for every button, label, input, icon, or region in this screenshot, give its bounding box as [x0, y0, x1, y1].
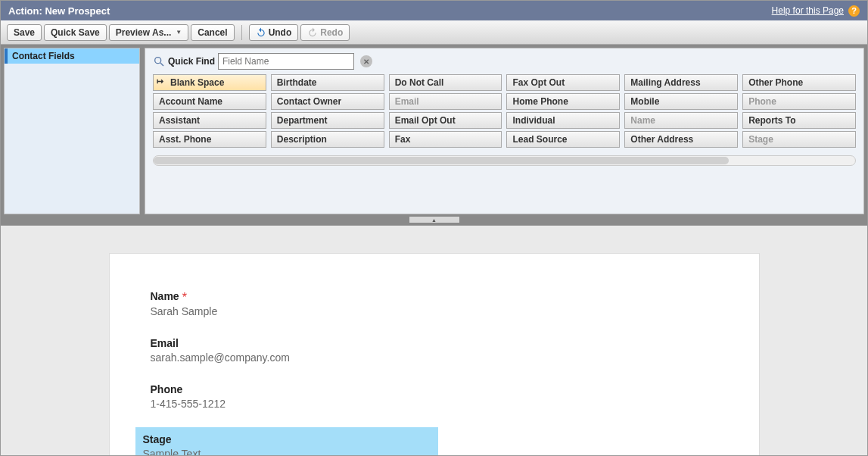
field-chip[interactable]: Other Address [624, 131, 738, 148]
preview-as-button[interactable]: Preview As... [109, 24, 189, 41]
palette-scrollbar[interactable] [153, 155, 856, 166]
field-chip[interactable]: Name [624, 112, 738, 129]
field-chip[interactable]: Account Name [153, 93, 266, 110]
main-area: Contact Fields Quick Find ✕ Blank SpaceB… [1, 45, 867, 455]
layout-field-label-row: Name* [151, 289, 718, 303]
toolbar: Save Quick Save Preview As... Cancel Und… [1, 20, 867, 45]
help-link[interactable]: Help for this Page [772, 5, 844, 16]
layout-field-label: Phone [151, 383, 183, 395]
save-button[interactable]: Save [7, 24, 42, 41]
field-chip[interactable]: Do Not Call [389, 74, 502, 91]
field-chip[interactable]: Asst. Phone [153, 131, 266, 148]
field-chip[interactable]: Home Phone [506, 93, 620, 110]
field-chip[interactable]: Other Phone [742, 74, 856, 91]
page-title: Action: New Prospect [8, 5, 110, 17]
svg-line-1 [160, 63, 163, 66]
redo-button[interactable]: Redo [300, 24, 350, 41]
cancel-button[interactable]: Cancel [191, 24, 234, 41]
layout-field[interactable]: Name*Sarah Sample [151, 287, 718, 320]
palette-collapse-handle[interactable] [1, 214, 867, 225]
sidebar: Contact Fields [4, 48, 140, 214]
canvas-wrap: Name*Sarah SampleEmailsarah.sample@compa… [1, 225, 867, 455]
palette-scrollbar-thumb[interactable] [154, 157, 729, 164]
layout-field[interactable]: StageSample Text [135, 427, 438, 455]
layout-field-label-row: Phone [151, 383, 718, 395]
quick-find-clear-icon[interactable]: ✕ [360, 55, 372, 67]
top-split: Contact Fields Quick Find ✕ Blank SpaceB… [1, 45, 867, 214]
svg-point-0 [155, 58, 161, 64]
layout-field-value: sarah.sample@company.com [151, 351, 718, 364]
layout-field-label-row: Email [151, 337, 718, 349]
layout-field-value: 1-415-555-1212 [151, 398, 718, 410]
undo-label: Undo [269, 27, 292, 38]
field-chip[interactable]: Reports To [742, 112, 856, 129]
layout-field-value: Sarah Sample [151, 305, 718, 317]
quick-find-input[interactable] [218, 53, 354, 70]
field-chip[interactable]: Fax [389, 131, 502, 148]
header-right: Help for this Page ? [772, 5, 860, 17]
quick-save-button[interactable]: Quick Save [44, 24, 107, 41]
field-chip[interactable]: Blank Space [153, 74, 266, 91]
page-header: Action: New Prospect Help for this Page … [1, 1, 867, 20]
required-icon: * [182, 291, 187, 304]
toolbar-separator [241, 25, 242, 40]
layout-field-label: Name [151, 290, 179, 302]
field-chip[interactable]: Fax Opt Out [506, 74, 620, 91]
field-chip[interactable]: Mailing Address [624, 74, 738, 91]
field-chip[interactable]: Stage [742, 131, 856, 148]
quick-find-label: Quick Find [168, 56, 215, 67]
layout-field-value: Sample Text [143, 448, 431, 455]
field-chip[interactable]: Mobile [624, 93, 738, 110]
field-chip[interactable]: Email [389, 93, 502, 110]
undo-icon [256, 27, 266, 38]
redo-icon [307, 27, 318, 38]
field-chip[interactable]: Birthdate [271, 74, 384, 91]
field-chip[interactable]: Lead Source [506, 131, 620, 148]
field-chip[interactable]: Contact Owner [271, 93, 384, 110]
field-chip[interactable]: Description [271, 131, 384, 148]
field-chip[interactable]: Individual [506, 112, 620, 129]
layout-field[interactable]: Emailsarah.sample@company.com [151, 335, 718, 366]
field-chip[interactable]: Phone [742, 93, 856, 110]
quick-find-row: Quick Find ✕ [145, 48, 863, 74]
sidebar-item-contact-fields[interactable]: Contact Fields [5, 48, 139, 64]
layout-field-label: Email [151, 337, 179, 349]
collapse-up-icon [409, 216, 460, 223]
field-grid: Blank SpaceBirthdateDo Not CallFax Opt O… [145, 74, 863, 152]
redo-label: Redo [320, 27, 343, 38]
field-chip[interactable]: Assistant [153, 112, 266, 129]
layout-field-label: Stage [143, 433, 172, 445]
field-chip[interactable]: Department [271, 112, 384, 129]
field-palette: Quick Find ✕ Blank SpaceBirthdateDo Not … [145, 48, 864, 214]
search-icon [153, 55, 165, 67]
layout-field[interactable]: Phone1-415-555-1212 [151, 381, 718, 412]
undo-button[interactable]: Undo [249, 24, 299, 41]
field-chip[interactable]: Email Opt Out [389, 112, 502, 129]
app-root: Action: New Prospect Help for this Page … [0, 0, 868, 456]
help-icon[interactable]: ? [848, 5, 860, 17]
layout-canvas[interactable]: Name*Sarah SampleEmailsarah.sample@compa… [109, 253, 760, 455]
layout-field-label-row: Stage [143, 433, 431, 445]
